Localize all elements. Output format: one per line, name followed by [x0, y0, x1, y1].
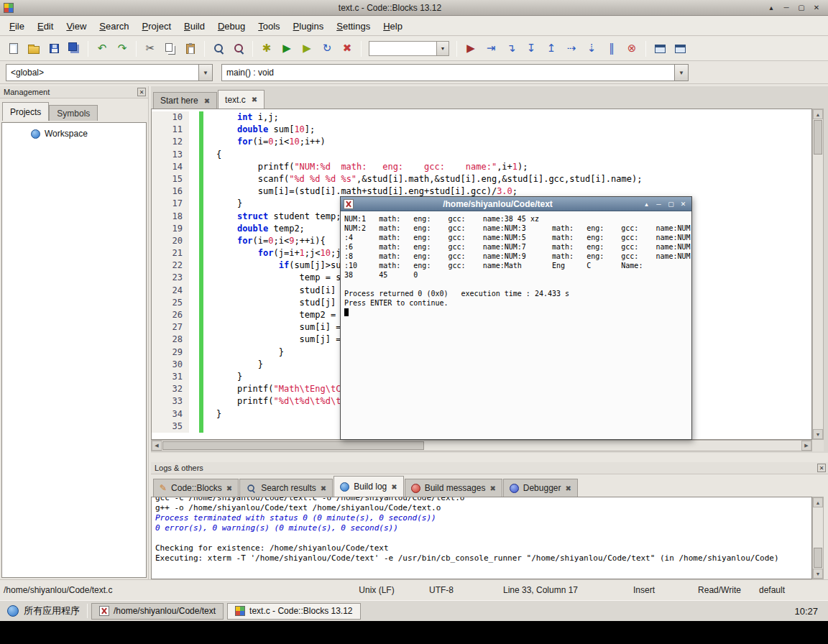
scrollbar-trough[interactable] [813, 155, 823, 429]
various-info-icon[interactable] [671, 40, 689, 58]
tab-start-here[interactable]: Start here ✖ [153, 92, 217, 109]
menu-plugins[interactable]: Plugins [287, 18, 331, 34]
step-into-instruction-icon[interactable]: ⇣ [582, 40, 601, 58]
code-line-14[interactable]: 14 printf("NUM:%d math: eng: gcc: name:"… [152, 161, 811, 173]
tab-search-results[interactable]: Search results ✖ [239, 479, 333, 497]
menu-settings[interactable]: Settings [330, 18, 377, 34]
tab-projects[interactable]: Projects [2, 102, 49, 121]
close-tab-icon[interactable]: ✖ [566, 484, 571, 492]
build-and-run-icon[interactable]: ▶ [298, 40, 316, 58]
tab-codeblocks-log[interactable]: ✎ Code::Blocks ✖ [153, 479, 239, 497]
build-target-combo[interactable]: ▼ [369, 41, 449, 56]
paste-icon[interactable] [181, 40, 200, 58]
minimize-icon[interactable]: ─ [781, 3, 791, 13]
step-out-icon[interactable]: ↥ [542, 40, 561, 58]
close-icon[interactable]: ✕ [678, 199, 688, 208]
open-file-icon[interactable] [24, 40, 43, 58]
scroll-down-icon[interactable]: ▼ [813, 429, 823, 439]
undo-icon[interactable]: ↶ [93, 40, 111, 58]
stop-debugger-icon[interactable]: ⊗ [622, 40, 641, 58]
maximize-icon[interactable]: ▢ [666, 199, 676, 208]
close-tab-icon[interactable]: ✖ [321, 484, 326, 492]
cut-icon[interactable]: ✂ [141, 40, 160, 58]
code-line-12[interactable]: 12 for(i=0;i<10;i++) [152, 136, 811, 148]
menu-project[interactable]: Project [136, 18, 178, 34]
menu-search[interactable]: Search [93, 18, 135, 34]
menu-build[interactable]: Build [178, 18, 211, 34]
next-line-icon[interactable]: ↴ [502, 40, 520, 58]
scroll-down-icon[interactable]: ▼ [813, 569, 823, 579]
menu-file[interactable]: File [3, 18, 31, 34]
tree-item-workspace[interactable]: Workspace [2, 123, 146, 139]
scroll-up-icon[interactable]: ▲ [813, 497, 823, 507]
close-tab-icon[interactable]: ✖ [252, 96, 257, 104]
chevron-down-icon[interactable]: ▼ [674, 65, 688, 80]
close-tab-icon[interactable]: ✖ [204, 97, 210, 105]
logs-vertical-scrollbar[interactable]: ▲ ▼ [812, 497, 824, 579]
tab-build-log[interactable]: Build log ✖ [334, 476, 403, 497]
save-icon[interactable] [45, 40, 63, 58]
editor-horizontal-scrollbar[interactable]: ◀ ▶ [151, 440, 812, 451]
close-panel-icon[interactable]: ✕ [817, 464, 826, 472]
shade-icon[interactable]: ▴ [766, 3, 776, 13]
close-tab-icon[interactable]: ✖ [489, 484, 495, 492]
chevron-down-icon[interactable]: ▼ [198, 65, 212, 80]
function-combo[interactable]: main() : void ▼ [221, 64, 689, 81]
run-icon[interactable]: ▶ [277, 40, 296, 58]
code-line-15[interactable]: 15 scanf("%d %d %d %s",&stud[i].math,&st… [152, 173, 811, 185]
terminal-titlebar[interactable]: /home/shiyanlou/Code/text ▴ ─ ▢ ✕ [341, 197, 691, 211]
menu-debug[interactable]: Debug [211, 18, 252, 34]
taskbar-item-terminal[interactable]: /home/shiyanlou/Code/text [91, 603, 224, 620]
copy-icon[interactable] [161, 40, 180, 58]
run-to-cursor-icon[interactable]: ⇥ [482, 40, 500, 58]
menu-edit[interactable]: Edit [31, 18, 60, 34]
find-icon[interactable] [209, 40, 228, 58]
debug-continue-icon[interactable]: ▶ [461, 40, 480, 58]
tab-text-c[interactable]: text.c ✖ [218, 90, 264, 109]
scroll-up-icon[interactable]: ▲ [813, 109, 823, 119]
scroll-left-icon[interactable]: ◀ [152, 441, 162, 451]
find-in-files-icon[interactable] [229, 40, 248, 58]
scrollbar-thumb[interactable] [814, 548, 822, 568]
code-line-10[interactable]: 10 int i,j; [152, 111, 811, 124]
menu-help[interactable]: Help [377, 18, 409, 34]
new-file-icon[interactable] [4, 40, 23, 58]
build-log-output[interactable]: gcc -c /home/shiyanlou/Code/text.c -o /h… [151, 497, 812, 579]
break-debugger-icon[interactable]: ‖ [602, 40, 621, 58]
redo-icon[interactable]: ↷ [113, 40, 132, 58]
code-line-13[interactable]: 13{ [152, 149, 811, 161]
debugging-windows-icon[interactable] [650, 40, 669, 58]
terminal-line: :8 math: eng: gcc: name:NUM:9 math: eng:… [344, 252, 690, 261]
rebuild-icon[interactable]: ↻ [318, 40, 336, 58]
abort-build-icon[interactable]: ✖ [338, 40, 356, 58]
applications-menu-button[interactable]: 所有应用程序 [0, 601, 87, 621]
taskbar-item-codeblocks[interactable]: text.c - Code::Blocks 13.12 [227, 603, 360, 620]
build-icon[interactable]: ✱ [257, 40, 276, 58]
menu-view[interactable]: View [60, 18, 93, 34]
chevron-down-icon[interactable]: ▼ [436, 42, 448, 55]
step-into-icon[interactable]: ↧ [522, 40, 540, 58]
scroll-right-icon[interactable]: ▶ [801, 441, 811, 451]
close-icon[interactable]: ✕ [811, 3, 822, 13]
scrollbar-thumb[interactable] [162, 441, 424, 450]
shade-icon[interactable]: ▴ [642, 199, 651, 208]
close-tab-icon[interactable]: ✖ [226, 484, 232, 492]
code-line-11[interactable]: 11 double sum[10]; [152, 124, 811, 136]
terminal-output[interactable]: NUM:1 math: eng: gcc: name:38 45 xzNUM:2… [341, 212, 691, 439]
minimize-icon[interactable]: ─ [654, 199, 663, 208]
line-number: 25 [152, 297, 189, 309]
scope-combo[interactable]: <global> ▼ [6, 64, 213, 81]
save-all-icon[interactable] [65, 40, 83, 58]
tab-build-messages[interactable]: Build messages ✖ [405, 479, 502, 497]
tab-symbols[interactable]: Symbols [49, 105, 98, 121]
next-instruction-icon[interactable]: ⇢ [562, 40, 581, 58]
maximize-icon[interactable]: ▢ [796, 3, 806, 13]
terminal-line: Press ENTER to continue. [344, 298, 690, 308]
close-panel-icon[interactable]: ✕ [137, 88, 146, 96]
scrollbar-thumb[interactable] [814, 120, 822, 155]
tab-debugger[interactable]: Debugger ✖ [503, 479, 578, 497]
editor-vertical-scrollbar[interactable]: ▲ ▼ [812, 109, 824, 440]
close-tab-icon[interactable]: ✖ [391, 483, 397, 491]
menu-tools[interactable]: Tools [252, 18, 286, 34]
scrollbar-trough[interactable] [425, 441, 801, 451]
